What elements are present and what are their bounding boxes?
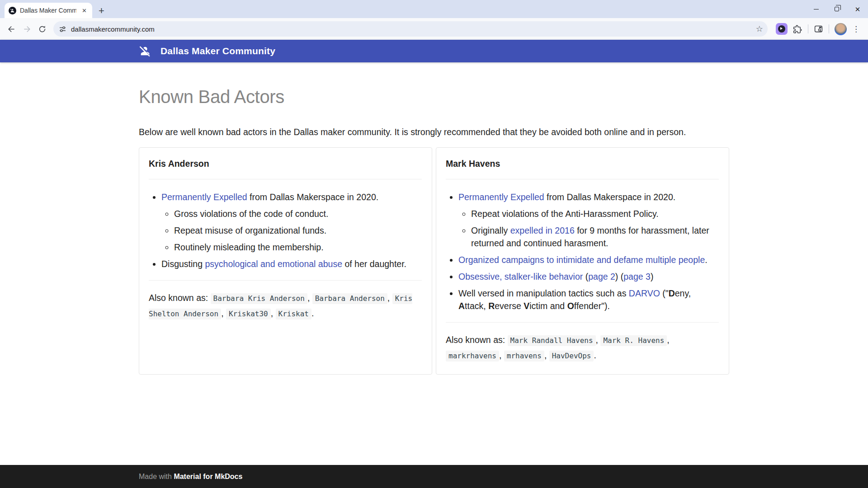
alias-code: markrhavens — [446, 351, 499, 361]
close-icon: ✕ — [855, 6, 861, 13]
alias-code: HavDevOps — [549, 351, 594, 361]
window-controls: ✕ — [806, 0, 868, 18]
bold-text: D — [669, 288, 675, 298]
reload-icon — [38, 25, 47, 33]
bullet-list: Permanently Expelled from Dallas Makersp… — [149, 191, 422, 270]
list-item: Repeat violations of the Anti-Harassment… — [471, 207, 719, 220]
back-button[interactable] — [4, 21, 19, 37]
bad-actor-cards: Kris AndersonPermanently Expelled from D… — [139, 147, 729, 375]
list-item: Well versed in manipulation tactics such… — [458, 287, 719, 312]
divider — [149, 280, 422, 281]
page-title: Known Bad Actors — [139, 87, 729, 107]
inline-link[interactable]: expelled in 2016 — [510, 225, 575, 235]
site-settings-icon[interactable] — [59, 25, 66, 33]
bad-actor-card: Kris AndersonPermanently Expelled from D… — [139, 147, 432, 375]
window-close-button[interactable]: ✕ — [847, 0, 868, 18]
url-text[interactable]: dallasmakercommunity.com — [71, 25, 155, 33]
toolbar-right-cluster: ⋮ — [770, 23, 864, 35]
bullet-list: Permanently Expelled from Dallas Makersp… — [446, 191, 719, 312]
list-item: Permanently Expelled from Dallas Makersp… — [458, 191, 719, 249]
alias-code: Kriskat — [276, 309, 311, 319]
browser-tab[interactable]: Dallas Maker Community ✕ — [5, 3, 92, 18]
site-header: Dallas Maker Community — [0, 40, 868, 62]
list-item: Repeat misuse of organizational funds. — [174, 224, 422, 237]
bold-text: A — [458, 301, 465, 311]
main-content: Known Bad Actors Below are well known ba… — [0, 62, 868, 465]
footer-text: Made with Material for MkDocs — [139, 473, 729, 481]
inline-link[interactable]: psychological and emotional abuse — [205, 259, 342, 269]
inline-link[interactable]: Permanently Expelled — [161, 192, 247, 202]
list-item: Organized campaigns to intimidate and de… — [458, 253, 719, 266]
minimize-icon — [814, 9, 819, 9]
restore-icon — [835, 7, 839, 11]
window-minimize-button[interactable] — [806, 0, 826, 18]
tab-close-icon[interactable]: ✕ — [80, 6, 89, 15]
aka-line: Also known as: Barbara Kris Anderson, Ba… — [149, 291, 422, 321]
bullet-list: Gross violations of the code of conduct.… — [161, 207, 422, 253]
forward-icon — [23, 25, 31, 33]
toolbar-divider — [808, 24, 808, 33]
browser-toolbar: dallasmakercommunity.com ☆ ⋮ — [0, 18, 868, 40]
bullet-list: Repeat violations of the Anti-Harassment… — [458, 207, 719, 249]
divider — [149, 179, 422, 179]
kebab-menu-icon[interactable]: ⋮ — [852, 24, 860, 34]
browser-tabstrip: Dallas Maker Community ✕ + ✕ — [0, 0, 868, 18]
lens-icon — [778, 25, 785, 33]
screenshot-extension-icon[interactable] — [776, 23, 788, 35]
toolbar-divider — [829, 24, 829, 33]
divider — [446, 179, 719, 179]
tab-title: Dallas Maker Community — [20, 7, 76, 14]
profile-avatar[interactable] — [835, 23, 847, 35]
list-item: Disgusting psychological and emotional a… — [161, 258, 422, 270]
list-item: Permanently Expelled from Dallas Makersp… — [161, 191, 422, 253]
inline-link[interactable]: DARVO — [629, 288, 660, 298]
alias-code: Mark Randall Havens — [508, 335, 596, 346]
intro-paragraph: Below are well known bad actors in the D… — [139, 126, 729, 138]
site-title[interactable]: Dallas Maker Community — [160, 46, 275, 56]
alias-code: mrhavens — [504, 351, 544, 361]
extensions-puzzle-icon[interactable] — [793, 24, 802, 34]
alias-code: Barbara Kris Anderson — [211, 293, 307, 304]
list-item: Obsessive, stalker-like behavior (page 2… — [458, 270, 719, 283]
bold-text: R — [488, 301, 495, 311]
sidebar-search-icon[interactable] — [814, 24, 823, 34]
alias-code: Kriskat30 — [226, 309, 271, 319]
inline-link[interactable]: Permanently Expelled — [458, 192, 544, 202]
generator-link[interactable]: Material for MkDocs — [174, 473, 242, 480]
divider — [446, 322, 719, 323]
made-with-label: Made with — [139, 473, 174, 480]
bold-text: O — [567, 301, 574, 311]
card-title: Kris Anderson — [149, 159, 422, 169]
list-item: Routinely misleading the membership. — [174, 241, 422, 253]
bold-text: V — [524, 301, 529, 311]
forward-button[interactable] — [19, 21, 34, 37]
site-favicon — [9, 7, 16, 14]
list-item: Gross violations of the code of conduct. — [174, 207, 422, 220]
card-title: Mark Havens — [446, 159, 719, 169]
site-footer: Made with Material for MkDocs — [0, 465, 868, 488]
inline-link[interactable]: Obsessive, stalker-like behavior — [458, 272, 583, 282]
inline-link[interactable]: page 3 — [623, 272, 651, 282]
alias-code: Mark R. Havens — [600, 335, 667, 346]
reload-button[interactable] — [34, 21, 50, 37]
alias-code: Barbara Anderson — [312, 293, 387, 304]
address-bar[interactable]: dallasmakercommunity.com ☆ — [53, 21, 768, 37]
person-off-logo-icon — [139, 45, 151, 57]
bookmark-star-icon[interactable]: ☆ — [756, 25, 763, 33]
back-icon — [7, 25, 16, 33]
new-tab-icon[interactable]: + — [99, 6, 104, 16]
window-restore-button[interactable] — [826, 0, 847, 18]
web-page: Dallas Maker Community Known Bad Actors … — [0, 40, 868, 488]
list-item: Originally expelled in 2016 for 9 months… — [471, 224, 719, 249]
inline-link[interactable]: page 2 — [588, 272, 615, 282]
bad-actor-card: Mark HavensPermanently Expelled from Dal… — [436, 147, 729, 375]
inline-link[interactable]: Organized campaigns to intimidate and de… — [458, 255, 705, 265]
aka-line: Also known as: Mark Randall Havens, Mark… — [446, 333, 719, 363]
